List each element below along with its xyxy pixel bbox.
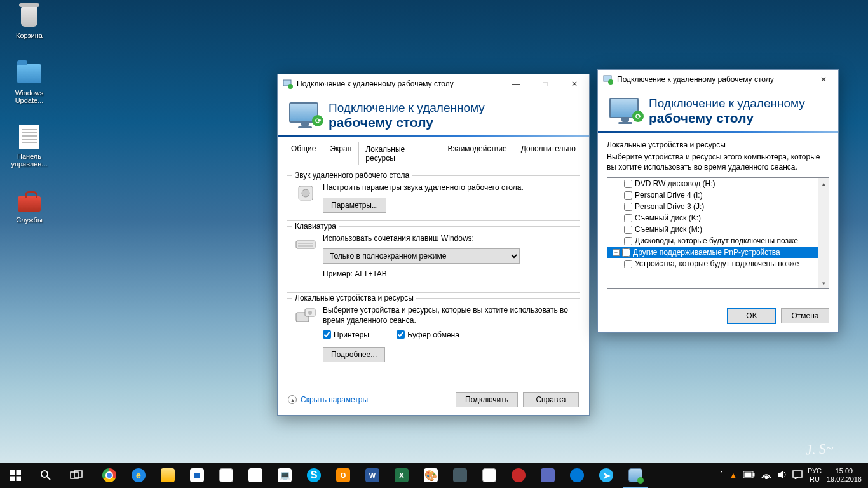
svg-point-9 — [308, 311, 312, 315]
scrollbar[interactable]: ▴ ▾ — [818, 178, 829, 288]
taskbar-app-3[interactable] — [533, 463, 562, 488]
printers-checkbox[interactable]: Принтеры — [323, 330, 369, 339]
maximize-button[interactable]: □ — [531, 74, 560, 93]
tray-volume-icon[interactable] — [777, 470, 787, 481]
desktop-icon-control-panel[interactable]: Панель управлен... — [5, 125, 53, 168]
taskbar-pinned-apps: e ✂ 💻 S O W X 🎨 ➤ — [95, 463, 650, 488]
desktop-icon-label: Службы — [5, 216, 53, 224]
tray-network-icon[interactable] — [761, 470, 772, 481]
group-title: Клавиатура — [292, 222, 339, 231]
minimize-button[interactable]: — — [501, 74, 531, 93]
svg-rect-15 — [16, 476, 21, 481]
tab-local-resources[interactable]: Локальные ресурсы — [358, 142, 440, 165]
taskbar-app-rdp[interactable] — [621, 463, 650, 488]
svg-point-23 — [765, 477, 767, 478]
scroll-up-icon[interactable]: ▴ — [818, 178, 829, 189]
clipboard-checkbox[interactable]: Буфер обмена — [397, 330, 459, 339]
taskbar-app-snipping[interactable]: ✂ — [241, 463, 270, 488]
taskbar-app-skype[interactable]: S — [299, 463, 329, 488]
taskbar-app-notepad[interactable] — [212, 463, 241, 488]
taskbar-app-outlook[interactable]: O — [329, 463, 358, 488]
tab-advanced[interactable]: Дополнительно — [514, 141, 583, 165]
taskbar-app-calc[interactable] — [475, 463, 504, 488]
tree-item-drives-later[interactable]: Дисководы, которые будут подключены позж… — [607, 235, 818, 247]
svg-point-16 — [41, 471, 48, 477]
rdp-monitor-icon: ⟳ — [289, 102, 321, 129]
group-local-devices: Локальные устройства и ресурсы Выберите … — [287, 298, 580, 371]
ok-button[interactable]: OK — [728, 308, 776, 323]
taskbar-app-2[interactable] — [504, 463, 533, 488]
help-button[interactable]: Справка — [523, 392, 579, 407]
taskbar-app-word[interactable]: W — [358, 463, 387, 488]
tray-vlc-icon[interactable]: ▲ — [729, 470, 738, 480]
desktop-icon-label: Панель управлен... — [5, 152, 53, 168]
hide-options-link[interactable]: ▴ Скрыть параметры — [288, 395, 368, 404]
system-tray: ˄ ▲ РУС RU 15:09 19.02.2016 — [713, 467, 868, 484]
tab-content: Звук удаленного рабочего стола Настроить… — [278, 165, 589, 384]
svg-rect-21 — [753, 473, 754, 476]
task-view-button[interactable] — [61, 463, 92, 488]
group-remote-audio: Звук удаленного рабочего стола Настроить… — [287, 175, 580, 221]
header-line2: рабочему столу — [329, 115, 485, 130]
tree-item-removable-k[interactable]: Съемный диск (K:) — [607, 212, 818, 224]
group-desc: Использовать сочетания клавиш Windows: — [323, 233, 572, 243]
svg-rect-22 — [745, 473, 751, 477]
desktop-icon-services[interactable]: Службы — [5, 188, 53, 224]
titlebar[interactable]: Подключение к удаленному рабочему столу … — [278, 74, 589, 93]
section-desc: Выберите устройства и ресурсы этого комп… — [607, 152, 829, 172]
tree-item-pnp-devices[interactable]: −Другие поддерживаемые PnP-устройства — [607, 247, 818, 258]
taskbar-app-paint[interactable]: 🎨 — [416, 463, 445, 488]
taskbar-app-1[interactable] — [445, 463, 475, 488]
tree-item-dvd[interactable]: DVD RW дисковод (H:) — [607, 178, 818, 189]
tray-overflow-icon[interactable]: ˄ — [719, 470, 724, 480]
tab-display[interactable]: Экран — [323, 141, 358, 165]
language-indicator[interactable]: РУС RU — [808, 467, 822, 484]
group-desc: Настроить параметры звука удаленного раб… — [323, 182, 572, 193]
tray-battery-icon[interactable] — [743, 470, 756, 480]
titlebar[interactable]: Подключение к удаленному рабочему столу … — [598, 70, 838, 89]
taskbar-app-excel[interactable]: X — [387, 463, 416, 488]
svg-rect-25 — [793, 471, 802, 477]
tray-action-center-icon[interactable] — [792, 470, 803, 481]
scroll-down-icon[interactable]: ▾ — [818, 278, 829, 288]
device-tree: DVD RW дисковод (H:) Personal Drive 4 (I… — [607, 177, 829, 289]
cancel-button[interactable]: Отмена — [781, 308, 829, 323]
dialog-footer: OK Отмена — [598, 298, 838, 332]
desktop-icon-recycle-bin[interactable]: Корзина — [5, 4, 53, 39]
audio-settings-button[interactable]: Параметры... — [323, 198, 386, 213]
close-button[interactable]: ✕ — [809, 70, 838, 89]
tree-item-personal-drive-4[interactable]: Personal Drive 4 (I:) — [607, 189, 818, 201]
header-line2: рабочему столу — [649, 111, 805, 126]
taskbar-app-putty[interactable]: 💻 — [270, 463, 299, 488]
desktop-icon-windows-update[interactable]: Windows Update... — [5, 61, 53, 104]
desktop-icon-label: Корзина — [5, 32, 53, 39]
connect-button[interactable]: Подключить — [456, 392, 518, 407]
taskbar-app-explorer[interactable] — [153, 463, 182, 488]
taskbar-app-telegram[interactable]: ➤ — [592, 463, 621, 488]
rdp-header: ⟳ Подключение к удаленному рабочему стол… — [278, 93, 589, 135]
header-line1: Подключение к удаленному — [649, 97, 805, 111]
tree-collapse-icon[interactable]: − — [613, 249, 620, 256]
tree-item-removable-m[interactable]: Съемный диск (M:) — [607, 224, 818, 235]
window-title: Подключение к удаленному рабочему столу — [297, 79, 454, 88]
start-button[interactable] — [0, 463, 31, 488]
tree-item-personal-drive-3[interactable]: Personal Drive 3 (J:) — [607, 201, 818, 212]
group-keyboard: Клавиатура Использовать сочетания клавиш… — [287, 226, 580, 292]
tab-experience[interactable]: Взаимодействие — [440, 141, 513, 165]
keyboard-mode-select[interactable]: Только в полноэкранном режиме — [323, 248, 520, 264]
taskbar-app-ie[interactable]: e — [124, 463, 153, 488]
tray-clock[interactable]: 15:09 19.02.2016 — [827, 467, 862, 484]
rdp-main-window: Подключение к удаленному рабочему столу … — [277, 74, 590, 416]
tree-item-pnp-later[interactable]: Устройства, которые будут подключены поз… — [607, 258, 818, 269]
taskbar-app-edge[interactable] — [562, 463, 592, 488]
more-devices-button[interactable]: Подробнее... — [323, 347, 385, 362]
group-desc: Выберите устройства и ресурсы, которые в… — [323, 305, 572, 325]
tab-general[interactable]: Общие — [284, 141, 323, 165]
close-button[interactable]: ✕ — [560, 74, 589, 93]
search-button[interactable] — [31, 463, 61, 488]
app-icon — [283, 79, 293, 89]
group-title: Локальные устройства и ресурсы — [292, 294, 416, 302]
taskbar-app-totalcmd[interactable] — [182, 463, 212, 488]
window-title: Подключение к удаленному рабочему столу — [617, 75, 774, 84]
taskbar-app-chrome[interactable] — [95, 463, 124, 488]
